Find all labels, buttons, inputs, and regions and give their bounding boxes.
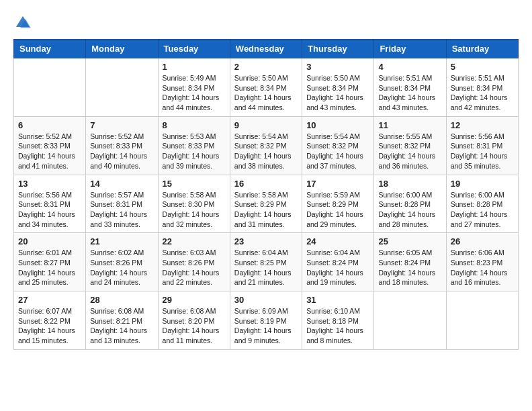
day-number: 30 [234,295,298,305]
calendar-cell: 24Sunrise: 6:04 AM Sunset: 8:24 PM Dayli… [302,233,374,291]
day-number: 29 [163,295,226,305]
calendar-cell: 28Sunrise: 6:08 AM Sunset: 8:21 PM Dayli… [86,291,158,350]
calendar-cell: 23Sunrise: 6:04 AM Sunset: 8:25 PM Dayli… [230,233,302,291]
calendar-cell: 22Sunrise: 6:03 AM Sunset: 8:26 PM Dayli… [158,233,230,291]
day-info: Sunrise: 5:54 AM Sunset: 8:32 PM Dayligh… [234,132,298,171]
calendar-cell: 13Sunrise: 5:56 AM Sunset: 8:31 PM Dayli… [14,175,86,233]
calendar-cell: 8Sunrise: 5:53 AM Sunset: 8:33 PM Daylig… [158,116,230,175]
day-info: Sunrise: 5:56 AM Sunset: 8:31 PM Dayligh… [451,132,514,171]
day-number: 18 [378,179,441,189]
day-info: Sunrise: 5:50 AM Sunset: 8:34 PM Dayligh… [306,73,369,113]
calendar-cell: 30Sunrise: 6:09 AM Sunset: 8:19 PM Dayli… [230,291,302,350]
calendar-week-row: 1Sunrise: 5:49 AM Sunset: 8:34 PM Daylig… [14,58,519,117]
weekday-header: Tuesday [158,40,230,58]
day-info: Sunrise: 5:52 AM Sunset: 8:33 PM Dayligh… [18,132,81,171]
day-info: Sunrise: 6:08 AM Sunset: 8:21 PM Dayligh… [90,306,153,346]
day-info: Sunrise: 6:06 AM Sunset: 8:23 PM Dayligh… [451,248,514,287]
calendar-cell: 5Sunrise: 5:51 AM Sunset: 8:34 PM Daylig… [446,58,518,117]
calendar-cell: 12Sunrise: 5:56 AM Sunset: 8:31 PM Dayli… [446,116,518,175]
day-number: 6 [18,120,81,130]
day-number: 28 [90,295,153,305]
calendar-cell: 16Sunrise: 5:58 AM Sunset: 8:29 PM Dayli… [230,175,302,233]
day-number: 11 [378,120,441,130]
day-number: 22 [163,236,226,246]
calendar-cell [14,58,86,117]
day-number: 25 [378,236,441,246]
logo-icon [13,13,32,32]
calendar-cell: 14Sunrise: 5:57 AM Sunset: 8:31 PM Dayli… [86,175,158,233]
day-number: 24 [306,236,369,246]
day-info: Sunrise: 6:00 AM Sunset: 8:28 PM Dayligh… [378,190,441,230]
calendar-cell: 4Sunrise: 5:51 AM Sunset: 8:34 PM Daylig… [374,58,446,117]
weekday-header: Sunday [14,40,86,58]
calendar-cell: 29Sunrise: 6:08 AM Sunset: 8:20 PM Dayli… [158,291,230,350]
day-number: 17 [306,179,369,189]
day-info: Sunrise: 5:58 AM Sunset: 8:30 PM Dayligh… [163,190,226,230]
calendar-table: SundayMondayTuesdayWednesdayThursdayFrid… [13,39,519,350]
day-number: 9 [234,120,298,130]
day-number: 7 [90,120,153,130]
calendar-cell: 21Sunrise: 6:02 AM Sunset: 8:26 PM Dayli… [86,233,158,291]
calendar-cell: 18Sunrise: 6:00 AM Sunset: 8:28 PM Dayli… [374,175,446,233]
day-info: Sunrise: 6:02 AM Sunset: 8:26 PM Dayligh… [90,248,153,287]
calendar-cell: 11Sunrise: 5:55 AM Sunset: 8:32 PM Dayli… [374,116,446,175]
calendar-cell: 9Sunrise: 5:54 AM Sunset: 8:32 PM Daylig… [230,116,302,175]
day-info: Sunrise: 5:57 AM Sunset: 8:31 PM Dayligh… [90,190,153,230]
calendar-week-row: 27Sunrise: 6:07 AM Sunset: 8:22 PM Dayli… [14,291,519,350]
day-number: 12 [451,120,514,130]
calendar-cell: 6Sunrise: 5:52 AM Sunset: 8:33 PM Daylig… [14,116,86,175]
calendar-cell: 7Sunrise: 5:52 AM Sunset: 8:33 PM Daylig… [86,116,158,175]
weekday-header: Monday [86,40,158,58]
day-number: 16 [234,179,298,189]
day-info: Sunrise: 5:52 AM Sunset: 8:33 PM Dayligh… [90,132,153,171]
day-number: 31 [306,295,369,305]
calendar-cell: 3Sunrise: 5:50 AM Sunset: 8:34 PM Daylig… [302,58,374,117]
calendar-cell: 1Sunrise: 5:49 AM Sunset: 8:34 PM Daylig… [158,58,230,117]
day-info: Sunrise: 5:56 AM Sunset: 8:31 PM Dayligh… [18,190,81,230]
calendar-cell: 27Sunrise: 6:07 AM Sunset: 8:22 PM Dayli… [14,291,86,350]
day-info: Sunrise: 5:54 AM Sunset: 8:32 PM Dayligh… [306,132,369,171]
weekday-header: Friday [374,40,446,58]
calendar-cell: 20Sunrise: 6:01 AM Sunset: 8:27 PM Dayli… [14,233,86,291]
day-info: Sunrise: 5:51 AM Sunset: 8:34 PM Dayligh… [451,73,514,113]
day-info: Sunrise: 5:55 AM Sunset: 8:32 PM Dayligh… [378,132,441,171]
day-info: Sunrise: 6:03 AM Sunset: 8:26 PM Dayligh… [163,248,226,287]
calendar-cell: 25Sunrise: 6:05 AM Sunset: 8:24 PM Dayli… [374,233,446,291]
day-info: Sunrise: 5:49 AM Sunset: 8:34 PM Dayligh… [163,73,226,113]
day-info: Sunrise: 5:50 AM Sunset: 8:34 PM Dayligh… [234,73,298,113]
day-number: 13 [18,179,81,189]
calendar-cell: 19Sunrise: 6:00 AM Sunset: 8:28 PM Dayli… [446,175,518,233]
calendar-cell: 26Sunrise: 6:06 AM Sunset: 8:23 PM Dayli… [446,233,518,291]
day-number: 2 [234,62,298,72]
day-number: 14 [90,179,153,189]
day-number: 5 [451,62,514,72]
page-header [13,13,519,32]
day-number: 27 [18,295,81,305]
day-number: 10 [306,120,369,130]
logo [13,13,35,32]
day-number: 8 [163,120,226,130]
day-number: 4 [378,62,441,72]
day-info: Sunrise: 6:09 AM Sunset: 8:19 PM Dayligh… [234,306,298,346]
weekday-header: Wednesday [230,40,302,58]
day-number: 21 [90,236,153,246]
weekday-header: Thursday [302,40,374,58]
calendar-week-row: 13Sunrise: 5:56 AM Sunset: 8:31 PM Dayli… [14,175,519,233]
day-info: Sunrise: 6:04 AM Sunset: 8:24 PM Dayligh… [306,248,369,287]
calendar-cell: 17Sunrise: 5:59 AM Sunset: 8:29 PM Dayli… [302,175,374,233]
calendar-cell: 15Sunrise: 5:58 AM Sunset: 8:30 PM Dayli… [158,175,230,233]
day-number: 26 [451,236,514,246]
calendar-cell [86,58,158,117]
day-info: Sunrise: 6:01 AM Sunset: 8:27 PM Dayligh… [18,248,81,287]
day-info: Sunrise: 6:08 AM Sunset: 8:20 PM Dayligh… [163,306,226,346]
day-number: 23 [234,236,298,246]
day-info: Sunrise: 6:00 AM Sunset: 8:28 PM Dayligh… [451,190,514,230]
day-number: 1 [163,62,226,72]
calendar-week-row: 20Sunrise: 6:01 AM Sunset: 8:27 PM Dayli… [14,233,519,291]
calendar-cell [374,291,446,350]
day-info: Sunrise: 5:59 AM Sunset: 8:29 PM Dayligh… [306,190,369,230]
day-info: Sunrise: 6:04 AM Sunset: 8:25 PM Dayligh… [234,248,298,287]
weekday-header: Saturday [446,40,518,58]
calendar-week-row: 6Sunrise: 5:52 AM Sunset: 8:33 PM Daylig… [14,116,519,175]
day-info: Sunrise: 6:10 AM Sunset: 8:18 PM Dayligh… [306,306,369,346]
